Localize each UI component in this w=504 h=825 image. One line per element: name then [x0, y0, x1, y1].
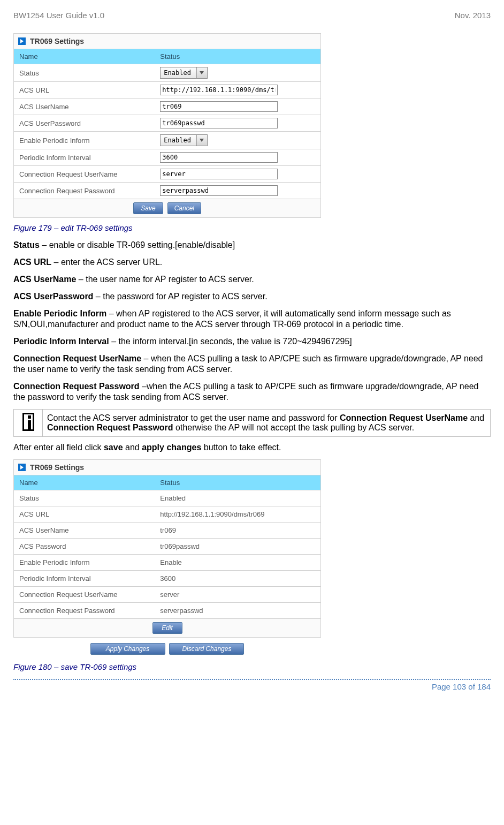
label: ACS UserPassword: [14, 116, 158, 131]
label: Connection Request UserName: [14, 587, 158, 602]
acs-username-input[interactable]: [160, 101, 278, 112]
value: serverpasswd: [158, 604, 320, 617]
desc-acspass: ACS UserPassword – the password for AP r…: [13, 291, 491, 302]
term: Connection Request UserName: [13, 354, 141, 363]
value: tr069: [158, 524, 320, 537]
definition: – enable or disable TR-069 setting.[enab…: [40, 240, 235, 249]
label: Status: [14, 65, 158, 81]
panel-title-text: TR069 Settings: [30, 463, 84, 472]
text: button to take effect.: [201, 443, 281, 452]
expand-icon: [18, 464, 26, 471]
info-note: Contact the ACS server administrator to …: [13, 409, 491, 437]
button-row: Save Cancel: [14, 199, 320, 217]
row-acs-password: ACS Password tr069passwd: [14, 539, 320, 555]
info-icon-cell: [14, 410, 43, 437]
panel-title: TR069 Settings: [14, 34, 320, 49]
value: http://192.168.1.1:9090/dms/tr069: [158, 508, 320, 521]
table-header: Name Status: [14, 49, 320, 64]
label: Connection Request UserName: [14, 166, 158, 182]
acs-password-input[interactable]: [160, 118, 278, 128]
periodic-interval-input[interactable]: [160, 152, 278, 163]
definition: – the password for AP register to ACS se…: [93, 292, 267, 301]
discard-changes-button[interactable]: Discard Changes: [169, 643, 244, 655]
row-periodic-interval: Periodic Inform Interval: [14, 149, 320, 166]
term: ACS UserPassword: [13, 292, 93, 301]
desc-crp: Connection Request Password –when the AC…: [13, 381, 491, 403]
desc-status: Status – enable or disable TR-069 settin…: [13, 240, 491, 251]
apply-changes-button[interactable]: Apply Changes: [90, 643, 165, 655]
value: server: [158, 588, 320, 601]
term: Connection Request UserName: [340, 413, 468, 422]
info-icon: [22, 413, 34, 431]
row-conn-req-password: Connection Request Password serverpasswd: [14, 603, 320, 619]
term: Status: [13, 240, 40, 249]
term: Periodic Inform Interval: [13, 337, 109, 346]
table-header: Name Status: [14, 475, 320, 490]
button-row: Edit: [14, 619, 320, 637]
label: ACS Password: [14, 539, 158, 554]
doc-date: Nov. 2013: [455, 11, 491, 20]
text: and: [123, 443, 142, 452]
row-conn-req-password: Connection Request Password: [14, 183, 320, 199]
term: ACS UserName: [13, 275, 76, 284]
value: tr069passwd: [158, 540, 320, 553]
edit-button[interactable]: Edit: [152, 622, 182, 634]
row-enable-periodic-inform: Enable Periodic Inform Enabled: [14, 132, 320, 149]
row-acs-username: ACS UserName tr069: [14, 523, 320, 539]
label: ACS URL: [14, 82, 158, 98]
figure-caption-180: Figure 180 – save TR-069 settings: [13, 662, 491, 671]
row-status: Status Enabled: [14, 64, 320, 82]
label: ACS URL: [14, 506, 158, 522]
label: Connection Request Password: [14, 183, 158, 199]
term: Connection Request Password: [13, 382, 140, 391]
page-number: Page 103 of 184: [13, 682, 491, 695]
periodic-inform-select[interactable]: Enabled: [160, 134, 208, 146]
figure-caption-179: Figure 179 – edit TR-069 settings: [13, 223, 491, 232]
tr069-view-panel: TR069 Settings Name Status Status Enable…: [13, 459, 321, 638]
acs-url-input[interactable]: [160, 85, 278, 95]
row-acs-url: ACS URL http://192.168.1.1:9090/dms/tr06…: [14, 506, 320, 523]
conn-req-username-input[interactable]: [160, 169, 278, 179]
value: Enabled: [158, 491, 320, 505]
term: Connection Request Password: [47, 423, 173, 432]
row-acs-password: ACS UserPassword: [14, 115, 320, 132]
expand-icon: [18, 37, 26, 45]
label: Periodic Inform Interval: [14, 150, 158, 165]
info-text: Contact the ACS server administrator to …: [43, 410, 491, 437]
row-status: Status Enabled: [14, 490, 320, 506]
desc-pii: Periodic Inform Interval – the inform in…: [13, 336, 491, 347]
status-select[interactable]: Enabled: [160, 67, 208, 79]
text: Contact the ACS server administrator to …: [47, 413, 340, 422]
term: apply changes: [142, 443, 201, 452]
col-status: Status: [158, 49, 320, 64]
definition: – enter the ACS server URL.: [51, 258, 162, 267]
desc-acsurl: ACS URL – enter the ACS server URL.: [13, 257, 491, 268]
text: otherwise the AP will not accept the tas…: [173, 423, 415, 432]
conn-req-password-input[interactable]: [160, 185, 278, 196]
text: After enter all field click: [13, 443, 104, 452]
label: Periodic Inform Interval: [14, 571, 158, 586]
desc-cru: Connection Request UserName – when the A…: [13, 353, 491, 375]
term: ACS URL: [13, 258, 51, 267]
select-value: Enabled: [161, 137, 196, 144]
term: Enable Periodic Inform: [13, 309, 106, 318]
cancel-button[interactable]: Cancel: [167, 202, 201, 214]
save-button[interactable]: Save: [133, 202, 163, 214]
desc-epi: Enable Periodic Inform – when AP registe…: [13, 308, 491, 330]
label: Enable Periodic Inform: [14, 133, 158, 148]
row-periodic-interval: Periodic Inform Interval 3600: [14, 571, 320, 587]
col-name: Name: [14, 49, 158, 64]
value: Enable: [158, 556, 320, 569]
row-enable-periodic-inform: Enable Periodic Inform Enable: [14, 555, 320, 571]
col-name: Name: [14, 475, 158, 490]
label: Connection Request Password: [14, 603, 158, 618]
desc-acsuser: ACS UserName – the user name for AP regi…: [13, 274, 491, 285]
tr069-edit-panel: TR069 Settings Name Status Status Enable…: [13, 33, 321, 218]
label: ACS UserName: [14, 523, 158, 538]
after-note: After enter all field click save and app…: [13, 442, 491, 453]
col-status: Status: [158, 475, 320, 490]
panel-title-text: TR069 Settings: [30, 37, 84, 46]
footer-separator: [13, 679, 491, 680]
row-conn-req-username: Connection Request UserName server: [14, 587, 320, 603]
definition: – the user name for AP register to ACS s…: [76, 275, 254, 284]
